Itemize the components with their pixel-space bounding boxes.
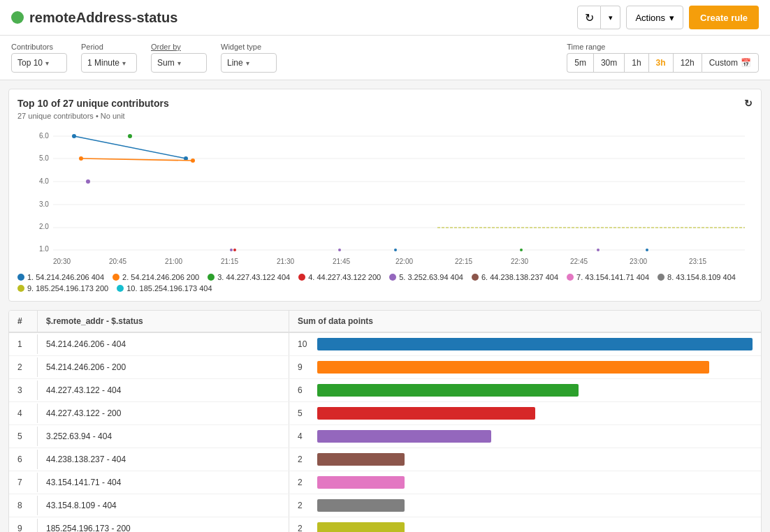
- row-num: 7: [9, 473, 37, 492]
- refresh-button[interactable]: ↻: [577, 6, 601, 29]
- table-body: 154.214.246.206 - 404 10 254.214.246.206…: [9, 333, 761, 532]
- bar-track: [317, 407, 753, 420]
- status-icon: [11, 11, 24, 24]
- legend-color: [567, 274, 574, 281]
- row-num: 4: [9, 404, 37, 423]
- chart-refresh-icon[interactable]: ↻: [744, 98, 753, 109]
- bar-track: [317, 338, 753, 350]
- svg-point-33: [597, 249, 600, 251]
- legend-item: 3. 44.227.43.122 404: [208, 273, 290, 281]
- period-label: Period: [81, 43, 137, 51]
- row-label: 43.154.141.71 - 404: [37, 473, 289, 492]
- row-bar: 2: [289, 448, 761, 471]
- row-num: 5: [9, 427, 37, 446]
- time-range-buttons: 5m 30m 1h 3h 12h Custom 📅: [567, 53, 759, 73]
- row-num: 9: [9, 519, 37, 532]
- legend-color: [658, 274, 664, 281]
- svg-text:23:15: 23:15: [689, 258, 706, 265]
- row-bar: 2: [289, 494, 761, 517]
- row-label: 54.214.246.206 - 200: [37, 357, 289, 377]
- contributors-label: Contributors: [11, 43, 67, 51]
- row-value: 9: [298, 362, 312, 372]
- row-value: 4: [298, 431, 312, 441]
- legend-label: 2. 54.214.246.206 200: [122, 273, 199, 281]
- time-btn-12h[interactable]: 12h: [673, 53, 702, 73]
- row-label: 44.227.43.122 - 404: [37, 380, 289, 400]
- bar-track: [317, 453, 753, 466]
- table-row: 444.227.43.122 - 200 5: [9, 402, 761, 425]
- row-label: 43.154.8.109 - 404: [37, 496, 289, 515]
- row-value: 2: [298, 501, 312, 510]
- order-by-control: Order by Sum ▾: [151, 43, 207, 73]
- row-label: 44.227.43.122 - 200: [37, 404, 289, 423]
- svg-text:1.0: 1.0: [39, 245, 49, 253]
- svg-text:21:45: 21:45: [333, 258, 350, 265]
- header-actions: ↻ ▾ Actions ▾ Create rule: [577, 6, 759, 29]
- header: remoteAddress-status ↻ ▾ Actions ▾ Creat…: [0, 0, 770, 36]
- period-arrow-icon: ▾: [122, 59, 126, 67]
- actions-button[interactable]: Actions ▾: [626, 6, 683, 29]
- svg-text:23:00: 23:00: [630, 258, 647, 265]
- table-row: 843.154.8.109 - 404 2: [9, 494, 761, 517]
- legend-label: 1. 54.214.246.206 404: [27, 273, 104, 281]
- legend-color: [472, 274, 479, 281]
- svg-text:4.0: 4.0: [39, 177, 49, 185]
- svg-text:21:00: 21:00: [165, 258, 182, 265]
- title-area: remoteAddress-status: [11, 10, 177, 26]
- svg-point-40: [520, 249, 523, 251]
- legend-item: 7. 43.154.141.71 404: [567, 273, 649, 281]
- table-row: 743.154.141.71 - 404 2: [9, 471, 761, 494]
- legend-label: 6. 44.238.138.237 404: [481, 273, 558, 281]
- svg-point-32: [230, 249, 233, 251]
- legend-item: 8. 43.154.8.109 404: [658, 273, 736, 281]
- time-btn-1h[interactable]: 1h: [624, 53, 648, 73]
- data-table: # $.remote_addr - $.status Sum of data p…: [8, 310, 762, 532]
- legend-item: 1. 54.214.246.206 404: [17, 273, 104, 281]
- chart-container: Top 10 of 27 unique contributors ↻ 27 un…: [8, 89, 762, 302]
- order-by-select[interactable]: Sum ▾: [151, 53, 207, 73]
- row-bar: 9: [289, 356, 761, 378]
- svg-point-37: [233, 249, 236, 251]
- create-rule-button[interactable]: Create rule: [689, 6, 759, 29]
- widget-type-control: Widget type Line ▾: [221, 43, 277, 73]
- row-bar: 2: [289, 471, 761, 494]
- widget-type-label: Widget type: [221, 43, 277, 51]
- period-select[interactable]: 1 Minute ▾: [81, 53, 137, 73]
- time-btn-30m[interactable]: 30m: [593, 53, 624, 73]
- svg-text:22:15: 22:15: [455, 258, 472, 265]
- row-label: 185.254.196.173 - 200: [37, 519, 289, 532]
- legend-color: [117, 285, 124, 292]
- create-rule-label: Create rule: [700, 13, 748, 23]
- svg-text:2.0: 2.0: [39, 223, 49, 230]
- svg-text:22:30: 22:30: [511, 258, 528, 265]
- svg-text:3.0: 3.0: [39, 200, 49, 208]
- bar-fill: [317, 499, 405, 512]
- col-header-label: $.remote_addr - $.status: [37, 311, 289, 332]
- actions-chevron-icon: ▾: [669, 13, 674, 23]
- legend-label: 10. 185.254.196.173 404: [126, 284, 212, 293]
- bar-track: [317, 499, 753, 512]
- widget-type-select[interactable]: Line ▾: [221, 53, 277, 73]
- calendar-icon: 📅: [741, 58, 751, 68]
- time-btn-5m[interactable]: 5m: [567, 53, 593, 73]
- chart-title: Top 10 of 27 unique contributors ↻: [17, 98, 753, 109]
- table-row: 9185.254.196.173 - 200 2: [9, 517, 761, 532]
- time-range-label: Time range: [567, 43, 759, 51]
- legend-label: 5. 3.252.63.94 404: [399, 273, 463, 281]
- table-row: 154.214.246.206 - 404 10: [9, 333, 761, 356]
- table-row: 254.214.246.206 - 200 9: [9, 356, 761, 379]
- row-bar: 5: [289, 402, 761, 424]
- svg-point-30: [128, 134, 132, 138]
- legend-item: 9. 185.254.196.173 200: [17, 284, 108, 293]
- row-value: 2: [298, 478, 312, 487]
- refresh-dropdown-button[interactable]: ▾: [601, 6, 620, 29]
- svg-text:22:45: 22:45: [570, 258, 588, 265]
- time-btn-custom[interactable]: Custom 📅: [702, 53, 759, 73]
- bar-fill: [317, 430, 491, 443]
- bar-fill: [317, 361, 709, 374]
- contributors-select[interactable]: Top 10 ▾: [11, 53, 67, 73]
- time-btn-3h[interactable]: 3h: [648, 53, 673, 73]
- chart-svg: 6.0 5.0 4.0 3.0 2.0 1.0 20:30 20:45 21:0…: [17, 126, 753, 267]
- row-bar: 2: [289, 517, 761, 532]
- row-num: 8: [9, 496, 37, 515]
